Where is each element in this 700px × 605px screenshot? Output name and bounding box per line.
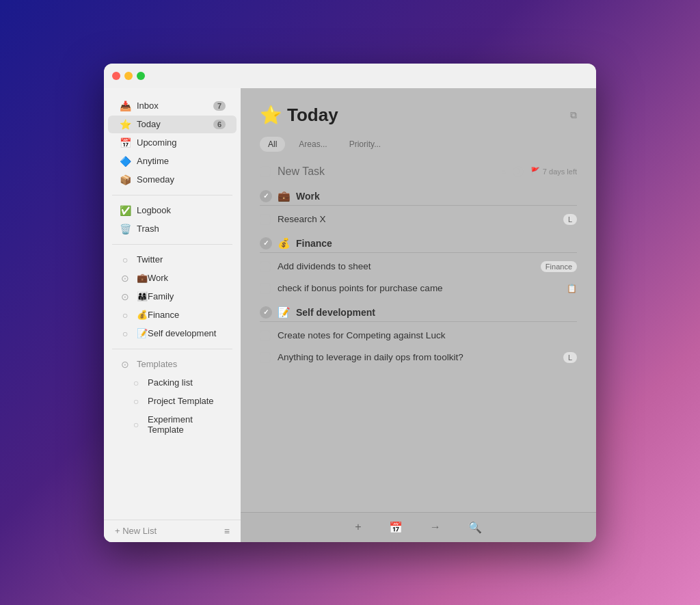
task-research-x-checkbox[interactable] bbox=[260, 214, 271, 225]
task-list: New Task ≡ 0 🚩 7 days left ✓ 💼 Work bbox=[241, 160, 596, 512]
titlebar bbox=[104, 64, 596, 88]
section-finance-check[interactable]: ✓ bbox=[260, 237, 272, 250]
upcoming-icon: 📅 bbox=[119, 137, 131, 148]
task-toolkit: Anything to leverage in daily ops from t… bbox=[260, 347, 577, 368]
task-toolkit-badge: L bbox=[563, 352, 577, 363]
sidebar-divider-3 bbox=[112, 349, 232, 349]
sidebar-someday-label: Someday bbox=[137, 174, 226, 185]
forward-button[interactable]: → bbox=[430, 521, 441, 533]
today-badge: 6 bbox=[213, 120, 226, 129]
sidebar-item-trash[interactable]: 🗑️ Trash bbox=[108, 220, 237, 238]
bottom-toolbar: + 📅 → 🔍 bbox=[241, 512, 596, 542]
experiment-template-icon: ○ bbox=[130, 419, 142, 430]
sidebar-divider-2 bbox=[112, 244, 232, 245]
main-header: ⭐ Today ⧉ bbox=[241, 88, 596, 137]
task-bonus-points-checkbox[interactable] bbox=[260, 283, 271, 294]
new-task-row: New Task ≡ 0 🚩 7 days left bbox=[260, 160, 577, 183]
task-flag: 🚩 7 days left bbox=[530, 167, 577, 176]
filter-priority[interactable]: Priority... bbox=[341, 137, 389, 152]
sidebar-item-project-template[interactable]: ○ Project Template bbox=[108, 392, 237, 410]
task-research-x-badge: L bbox=[563, 214, 577, 225]
sidebar-item-twitter[interactable]: ○ Twitter bbox=[108, 251, 237, 269]
sidebar-item-anytime[interactable]: 🔷 Anytime bbox=[108, 152, 237, 170]
title-icon: ⭐ bbox=[260, 105, 282, 126]
sidebar-family-label: 👨‍👩‍👧Family bbox=[137, 291, 226, 301]
sidebar-item-someday[interactable]: 📦 Someday bbox=[108, 171, 237, 189]
work-section-icon: 💼 bbox=[278, 190, 291, 202]
sidebar-inbox-label: Inbox bbox=[137, 100, 208, 111]
sidebar-item-packing-list[interactable]: ○ Packing list bbox=[108, 374, 237, 392]
inbox-badge: 7 bbox=[213, 101, 226, 111]
task-subtask-count: 0 bbox=[513, 166, 524, 177]
maximize-button[interactable] bbox=[137, 72, 145, 80]
packing-list-icon: ○ bbox=[130, 377, 142, 388]
task-research-x-label: Research X bbox=[278, 214, 556, 224]
sidebar-trash-label: Trash bbox=[137, 224, 226, 234]
sidebar-templates-header: ⊙ Templates bbox=[108, 355, 237, 373]
sidebar-item-experiment-template[interactable]: ○ Experiment Template bbox=[108, 411, 237, 438]
app-window: 📥 Inbox 7 ⭐ Today 6 📅 Upcoming 🔷 Anytime bbox=[104, 64, 596, 542]
finance-section-title: Finance bbox=[296, 238, 332, 249]
sidebar-item-family[interactable]: ⊙ 👨‍👩‍👧Family bbox=[108, 288, 237, 306]
section-self-dev-check[interactable]: ✓ bbox=[260, 306, 272, 319]
logbook-icon: ✅ bbox=[119, 205, 131, 216]
traffic-lights bbox=[112, 72, 145, 80]
sidebar: 📥 Inbox 7 ⭐ Today 6 📅 Upcoming 🔷 Anytime bbox=[104, 88, 241, 542]
sidebar-item-finance[interactable]: ○ 💰Finance bbox=[108, 306, 237, 324]
filter-icon[interactable]: ≡ bbox=[224, 526, 230, 537]
task-competing-luck-checkbox[interactable] bbox=[260, 330, 271, 341]
sidebar-finance-label: 💰Finance bbox=[137, 310, 226, 320]
self-dev-area-icon: ○ bbox=[119, 328, 131, 339]
self-dev-section-title: Self development bbox=[296, 307, 375, 318]
calendar-button[interactable]: 📅 bbox=[389, 521, 403, 534]
work-area-icon: ⊙ bbox=[119, 273, 131, 284]
new-task-checkbox[interactable] bbox=[260, 166, 271, 177]
task-research-x: Research X L bbox=[260, 209, 577, 230]
sidebar-today-label: Today bbox=[137, 119, 208, 129]
search-button[interactable]: 🔍 bbox=[468, 521, 482, 534]
family-area-icon: ⊙ bbox=[119, 291, 131, 302]
sidebar-footer: + New List ≡ bbox=[104, 520, 241, 542]
new-list-label: + New List bbox=[115, 526, 157, 536]
task-competing-luck-label: Create notes for Competing against Luck bbox=[278, 330, 577, 340]
sidebar-anytime-label: Anytime bbox=[137, 156, 226, 166]
new-task-label[interactable]: New Task bbox=[278, 165, 494, 178]
task-bonus-note-icon[interactable]: 📋 bbox=[567, 284, 577, 293]
trash-icon: 🗑️ bbox=[119, 224, 131, 234]
task-competing-luck: Create notes for Competing against Luck bbox=[260, 325, 577, 347]
twitter-area-icon: ○ bbox=[119, 254, 131, 265]
task-toolkit-checkbox[interactable] bbox=[260, 352, 271, 363]
filter-areas[interactable]: Areas... bbox=[291, 137, 335, 152]
self-dev-section-icon: 📝 bbox=[278, 306, 291, 319]
sidebar-divider-1 bbox=[112, 195, 232, 196]
task-note-icon[interactable]: ≡ bbox=[501, 167, 506, 176]
section-work: ✓ 💼 Work bbox=[260, 183, 577, 206]
sidebar-upcoming-label: Upcoming bbox=[137, 137, 226, 148]
sidebar-item-work[interactable]: ⊙ 💼Work bbox=[108, 269, 237, 287]
window-body: 📥 Inbox 7 ⭐ Today 6 📅 Upcoming 🔷 Anytime bbox=[104, 88, 596, 542]
page-title: ⭐ Today bbox=[260, 105, 338, 126]
new-list-button[interactable]: + New List bbox=[115, 526, 157, 536]
window-mode-button[interactable]: ⧉ bbox=[570, 109, 577, 121]
days-left-label: 7 days left bbox=[543, 167, 577, 176]
add-button[interactable]: + bbox=[355, 521, 361, 533]
work-section-title: Work bbox=[296, 191, 320, 202]
sidebar-item-today[interactable]: ⭐ Today 6 bbox=[108, 116, 237, 133]
filter-all[interactable]: All bbox=[260, 137, 285, 152]
sidebar-logbook-label: Logbook bbox=[137, 205, 226, 215]
sidebar-item-inbox[interactable]: 📥 Inbox 7 bbox=[108, 97, 237, 115]
sidebar-item-self-dev[interactable]: ○ 📝Self development bbox=[108, 325, 237, 342]
sidebar-item-logbook[interactable]: ✅ Logbook bbox=[108, 202, 237, 219]
sidebar-item-upcoming[interactable]: 📅 Upcoming bbox=[108, 134, 237, 152]
templates-icon: ⊙ bbox=[119, 359, 131, 370]
task-bonus-points-label: check if bonus points for purchase came bbox=[278, 283, 560, 293]
close-button[interactable] bbox=[112, 72, 120, 80]
flag-icon: 🚩 bbox=[530, 167, 540, 176]
sidebar-work-label: 💼Work bbox=[137, 273, 226, 283]
section-work-check[interactable]: ✓ bbox=[260, 190, 272, 202]
packing-list-label: Packing list bbox=[148, 377, 226, 388]
minimize-button[interactable] bbox=[124, 72, 133, 80]
task-dividends-checkbox[interactable] bbox=[260, 261, 271, 272]
task-dividends-label: Add dividends to sheet bbox=[278, 261, 534, 271]
finance-area-icon: ○ bbox=[119, 310, 131, 321]
